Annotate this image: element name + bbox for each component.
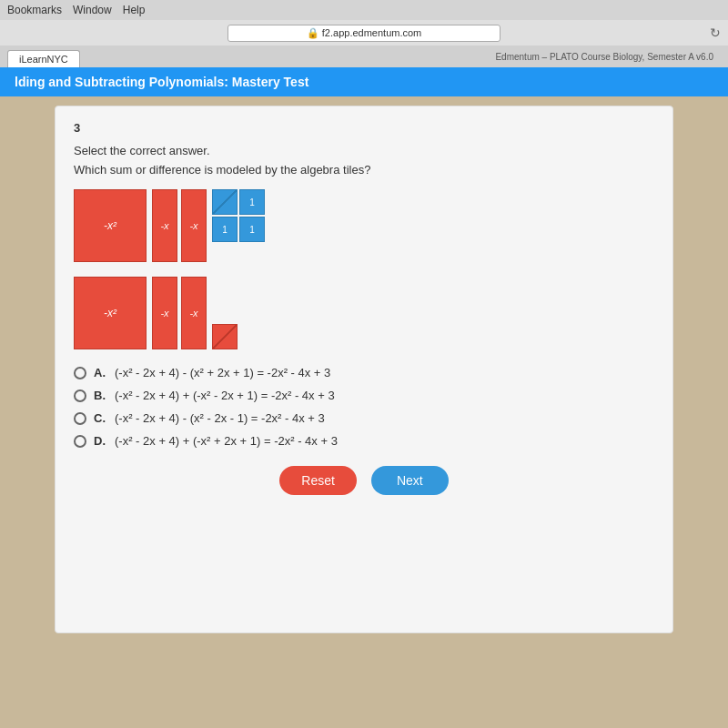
menu-bar: Bookmarks Window Help bbox=[0, 0, 728, 20]
question-number: 3 bbox=[74, 121, 654, 135]
tile-group-left: -x² -x -x 1 1 1 -x² -x -x bbox=[74, 189, 265, 349]
text-d: (-x² - 2x + 4) + (-x² + 2x + 1) = -2x² -… bbox=[115, 434, 338, 448]
address-bar[interactable]: 🔒 f2.app.edmentum.com bbox=[228, 25, 500, 42]
tile-blue-4: 1 bbox=[239, 217, 265, 242]
label-c: C. bbox=[94, 411, 106, 425]
tile-neg-x2-top: -x² bbox=[74, 189, 147, 262]
lock-icon: 🔒 bbox=[307, 27, 319, 38]
bottom-buttons: Reset Next bbox=[74, 466, 654, 495]
blue-tiles: 1 1 1 bbox=[212, 189, 265, 262]
page-title-bar: lding and Subtracting Polynomials: Maste… bbox=[0, 67, 728, 96]
browser-chrome: Bookmarks Window Help 🔒 f2.app.edmentum.… bbox=[0, 0, 728, 67]
menu-bookmarks[interactable]: Bookmarks bbox=[7, 4, 62, 16]
tile-small-red bbox=[212, 324, 238, 349]
tile-row-bottom-left: -x² -x -x bbox=[74, 277, 265, 349]
text-c: (-x² - 2x + 4) - (x² - 2x - 1) = -2x² - … bbox=[115, 411, 325, 425]
radio-d[interactable] bbox=[74, 435, 86, 448]
menu-window[interactable]: Window bbox=[73, 4, 112, 16]
algebra-tiles: -x² -x -x 1 1 1 -x² -x -x bbox=[74, 189, 654, 349]
label-a: A. bbox=[94, 366, 106, 379]
tile-neg-x2-bottom: -x² bbox=[74, 277, 147, 349]
address-text: f2.app.edmentum.com bbox=[322, 27, 421, 38]
tab-ilearnnyc[interactable]: iLearnNYC bbox=[7, 50, 80, 67]
tile-row-top-left: -x² -x -x 1 1 1 bbox=[74, 189, 265, 262]
tile-neg-x-bottom-1: -x bbox=[152, 277, 177, 349]
option-b[interactable]: B. (-x² - 2x + 4) + (-x² - 2x + 1) = -2x… bbox=[74, 389, 654, 402]
tab-edmentum[interactable]: Edmentum – PLATO Course Biology, Semeste… bbox=[488, 52, 721, 62]
tile-row-x-top: -x -x bbox=[152, 189, 207, 262]
radio-c[interactable] bbox=[74, 412, 86, 425]
radio-b[interactable] bbox=[74, 389, 86, 402]
option-c[interactable]: C. (-x² - 2x + 4) - (x² - 2x - 1) = -2x²… bbox=[74, 411, 654, 425]
radio-a[interactable] bbox=[74, 367, 86, 379]
address-bar-row: 🔒 f2.app.edmentum.com ↻ bbox=[0, 20, 728, 46]
tile-row-x-bottom: -x -x bbox=[152, 277, 207, 349]
content-area: 3 Select the correct answer. Which sum o… bbox=[55, 106, 673, 633]
question-text: Which sum or difference is modeled by th… bbox=[74, 163, 654, 177]
text-a: (-x² - 2x + 4) - (x² + 2x + 1) = -2x² - … bbox=[115, 366, 330, 379]
instruction-text: Select the correct answer. bbox=[74, 144, 654, 157]
tile-neg-x-top-1: -x bbox=[152, 189, 177, 262]
page-title: lding and Subtracting Polynomials: Maste… bbox=[15, 75, 308, 89]
option-d[interactable]: D. (-x² - 2x + 4) + (-x² + 2x + 1) = -2x… bbox=[74, 434, 654, 448]
option-a[interactable]: A. (-x² - 2x + 4) - (x² + 2x + 1) = -2x²… bbox=[74, 366, 654, 379]
tab-bar: iLearnNYC Edmentum – PLATO Course Biolog… bbox=[0, 46, 728, 67]
refresh-icon[interactable]: ↻ bbox=[710, 25, 721, 40]
bottom-right-tile-container bbox=[212, 277, 238, 349]
answer-options: A. (-x² - 2x + 4) - (x² + 2x + 1) = -2x²… bbox=[74, 366, 654, 448]
next-button[interactable]: Next bbox=[371, 466, 449, 495]
tile-blue-1 bbox=[212, 189, 238, 215]
reset-button[interactable]: Reset bbox=[279, 466, 357, 495]
tile-neg-x-top-2: -x bbox=[181, 189, 207, 262]
menu-help[interactable]: Help bbox=[123, 4, 146, 16]
tile-blue-2: 1 bbox=[239, 189, 265, 215]
tile-neg-x-bottom-2: -x bbox=[181, 277, 207, 349]
label-d: D. bbox=[94, 434, 106, 448]
text-b: (-x² - 2x + 4) + (-x² - 2x + 1) = -2x² -… bbox=[115, 389, 335, 402]
tile-blue-3: 1 bbox=[212, 217, 238, 242]
label-b: B. bbox=[94, 389, 106, 402]
